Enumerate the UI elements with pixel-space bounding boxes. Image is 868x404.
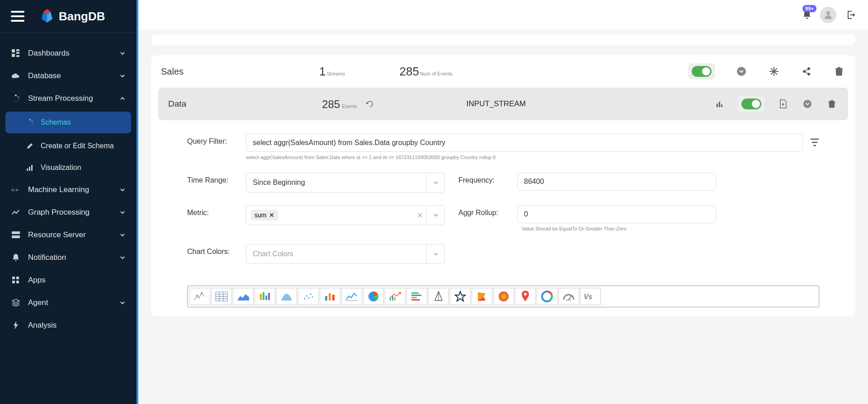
app-logo[interactable]: BangDB bbox=[39, 8, 105, 24]
cloud-icon bbox=[11, 71, 21, 81]
chart-type-stacked-bar[interactable] bbox=[406, 288, 427, 305]
time-range-select[interactable]: Since Beginning bbox=[246, 173, 445, 193]
share-button[interactable] bbox=[800, 65, 813, 78]
chart-type-map-pin[interactable] bbox=[515, 288, 536, 305]
chart-type-star[interactable] bbox=[450, 288, 471, 305]
nav-label: Stream Processing bbox=[28, 94, 93, 103]
nav-stream-processing[interactable]: Stream Processing bbox=[0, 87, 137, 110]
chart-type-compass[interactable] bbox=[428, 288, 449, 305]
logo-icon bbox=[39, 8, 55, 24]
chart-type-flag[interactable] bbox=[472, 288, 492, 305]
nav-label: Analysis bbox=[28, 321, 57, 330]
chart-type-sphere[interactable] bbox=[493, 288, 514, 305]
aggr-rollup-label: Aggr Rollup: bbox=[458, 205, 517, 217]
svg-rect-63 bbox=[411, 295, 421, 296]
chevron-down-icon bbox=[119, 50, 126, 56]
snowflake-button[interactable] bbox=[768, 65, 780, 78]
sub-toggle[interactable] bbox=[738, 96, 765, 112]
query-filter-hint: select aggr(SalesAmount) from Sales.Data… bbox=[246, 155, 803, 160]
panel-metrics: 1 Streams 285 Num of Events bbox=[319, 65, 453, 79]
svg-point-29 bbox=[826, 11, 830, 15]
chart-type-gauge[interactable]: KPI bbox=[558, 288, 579, 305]
nav-analysis[interactable]: Analysis bbox=[0, 314, 137, 337]
chart-type-table[interactable] bbox=[211, 288, 232, 305]
nav-machine-learning[interactable]: <·> Machine Learning bbox=[0, 179, 137, 201]
notifications-button[interactable]: 99+ bbox=[802, 9, 812, 20]
frequency-input[interactable] bbox=[517, 173, 716, 191]
nav-dashboards[interactable]: Dashboards bbox=[0, 42, 137, 65]
svg-rect-62 bbox=[411, 292, 419, 294]
svg-point-33 bbox=[807, 73, 810, 75]
user-avatar[interactable] bbox=[820, 7, 836, 23]
nav-schemas[interactable]: Schemas bbox=[5, 112, 131, 133]
chart-type-line-trend[interactable] bbox=[341, 288, 362, 305]
chart-type-pie[interactable] bbox=[363, 288, 384, 305]
svg-point-9 bbox=[18, 96, 19, 98]
nav-resource-server[interactable]: Resource Server bbox=[0, 224, 137, 246]
chart-type-bar: KPI Vs bbox=[187, 286, 819, 307]
svg-point-11 bbox=[18, 100, 19, 101]
svg-rect-64 bbox=[411, 297, 417, 298]
svg-point-53 bbox=[310, 294, 311, 295]
bar-chart-button[interactable] bbox=[713, 98, 726, 110]
svg-rect-48 bbox=[265, 296, 267, 300]
svg-point-69 bbox=[524, 293, 527, 296]
metric-label: Metric: bbox=[187, 205, 246, 217]
nav-create-schema[interactable]: Create or Edit Schema bbox=[0, 135, 137, 157]
nav-database[interactable]: Database bbox=[0, 65, 137, 87]
chart-type-sparkline[interactable] bbox=[189, 288, 210, 305]
svg-point-51 bbox=[306, 296, 307, 297]
aggr-rollup-input[interactable] bbox=[517, 205, 716, 223]
chart-type-donut[interactable] bbox=[537, 288, 557, 305]
filter-button[interactable] bbox=[810, 134, 819, 146]
refresh-button[interactable] bbox=[363, 98, 376, 110]
expand-button[interactable] bbox=[735, 65, 748, 78]
chart-type-candlestick[interactable] bbox=[255, 288, 275, 305]
time-range-label: Time Range: bbox=[187, 173, 246, 184]
panel-toggle[interactable] bbox=[688, 63, 715, 80]
query-filter-input[interactable] bbox=[246, 134, 803, 152]
row-metric-rollup: Metric: sum ✕ ✕ Aggr Rollup: bbox=[187, 205, 819, 231]
metric-select[interactable]: sum ✕ ✕ bbox=[246, 205, 445, 225]
chart-type-area[interactable] bbox=[233, 288, 254, 305]
svg-rect-34 bbox=[717, 103, 718, 107]
chart-type-bar[interactable] bbox=[320, 288, 340, 305]
nav-visualization[interactable]: Visualization bbox=[0, 157, 137, 179]
frequency-label: Frequency: bbox=[458, 173, 517, 184]
chart-type-scatter[interactable] bbox=[298, 288, 319, 305]
svg-point-52 bbox=[308, 297, 310, 299]
svg-point-13 bbox=[13, 100, 14, 101]
nav-notification[interactable]: Notification bbox=[0, 246, 137, 269]
nav-label: Graph Processing bbox=[28, 208, 90, 217]
nav-agent[interactable]: Agent bbox=[0, 291, 137, 314]
bar-chart-icon bbox=[716, 100, 724, 108]
remove-tag-button[interactable]: ✕ bbox=[269, 211, 274, 219]
nav-graph-processing[interactable]: Graph Processing bbox=[0, 201, 137, 224]
svg-point-32 bbox=[803, 70, 806, 73]
chart-type-trend-up[interactable] bbox=[385, 288, 406, 305]
add-file-button[interactable] bbox=[777, 98, 789, 110]
hamburger-menu[interactable] bbox=[11, 11, 24, 22]
svg-point-37 bbox=[803, 100, 811, 108]
delete-button[interactable] bbox=[833, 65, 845, 78]
expand-sub-button[interactable] bbox=[801, 98, 814, 110]
trash-icon bbox=[828, 100, 835, 108]
chart-type-bell[interactable] bbox=[276, 288, 297, 305]
chart-colors-select[interactable]: Chart Colors bbox=[246, 244, 445, 264]
query-filter-label: Query Filter: bbox=[187, 134, 246, 146]
nav-label: Resource Server bbox=[28, 230, 86, 240]
svg-point-14 bbox=[29, 119, 31, 121]
row-chart-colors: Chart Colors: Chart Colors bbox=[187, 244, 819, 264]
svg-rect-19 bbox=[27, 169, 28, 171]
delete-sub-button[interactable] bbox=[826, 98, 838, 110]
logout-button[interactable] bbox=[844, 9, 857, 21]
chart-type-vs[interactable]: Vs bbox=[580, 288, 601, 305]
clear-metric-button[interactable]: ✕ bbox=[413, 211, 426, 220]
svg-point-10 bbox=[19, 98, 20, 99]
svg-rect-28 bbox=[16, 281, 19, 283]
snowflake-icon bbox=[769, 66, 779, 76]
nav-label: Apps bbox=[28, 276, 46, 285]
content: Sales 1 Streams 285 Num of Events bbox=[138, 30, 868, 404]
sidebar: BangDB Dashboards Database Stream Proces… bbox=[0, 0, 138, 404]
nav-apps[interactable]: Apps bbox=[0, 269, 137, 291]
